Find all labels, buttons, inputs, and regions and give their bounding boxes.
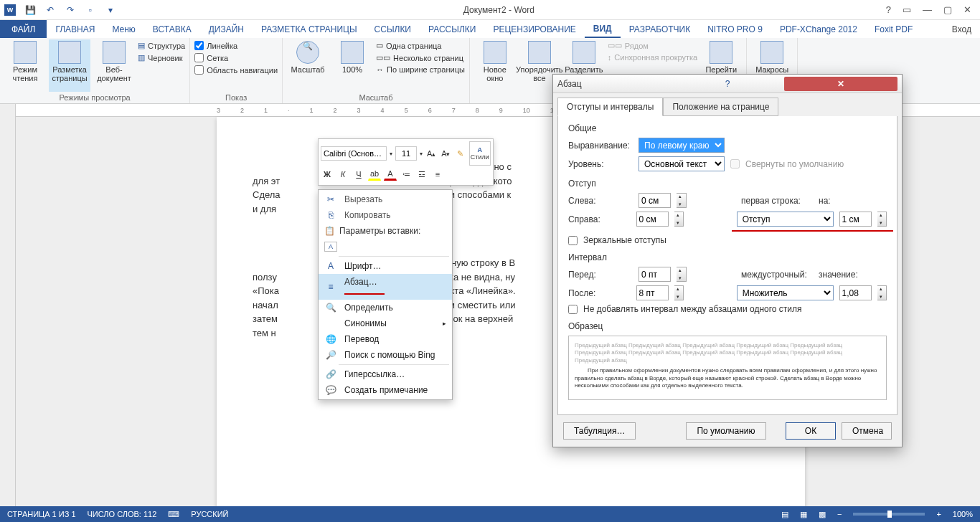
zoom-in-icon[interactable]: + [936, 510, 941, 518]
ctx-translate[interactable]: 🌐Перевод [319, 331, 452, 347]
ctx-new-comment[interactable]: 💬Создать примечание [319, 382, 452, 398]
sync-scroll-button[interactable]: ↕Синхронная прокрутка [608, 53, 697, 62]
zoom-slider[interactable] [853, 513, 925, 516]
tab-indents-spacing[interactable]: Отступы и интервалы [557, 98, 663, 116]
read-mode-button[interactable]: Режим чтения [4, 39, 46, 92]
tab-view[interactable]: ВИД [585, 20, 621, 38]
ctx-bing-search[interactable]: 🔎Поиск с помощью Bing [319, 347, 452, 363]
shrink-font-icon[interactable]: A▾ [440, 147, 451, 160]
ctx-define[interactable]: 🔍Определить [319, 300, 452, 315]
after-spinner[interactable] [674, 285, 684, 300]
view-read-icon[interactable]: ▤ [781, 510, 788, 519]
dialog-close-icon[interactable]: ✕ [784, 77, 897, 91]
space-before-input[interactable] [639, 267, 671, 282]
zoom-100-button[interactable]: 100% [331, 39, 373, 92]
vertical-ruler[interactable] [0, 104, 16, 506]
by-input[interactable] [839, 212, 872, 227]
keyboard-icon[interactable]: ⌨ [168, 510, 179, 519]
ctx-hyperlink[interactable]: 🔗Гиперссылка… [319, 366, 452, 382]
underline-button[interactable]: Ч [352, 168, 365, 181]
minimize-icon[interactable]: — [923, 4, 932, 15]
line-spacing-select[interactable]: Множитель [737, 285, 834, 300]
draft-button[interactable]: ▥Черновик [138, 53, 185, 62]
outline-level-select[interactable]: Основной текст [639, 156, 725, 171]
qat-dropdown-icon[interactable]: ▾ [105, 4, 116, 16]
ruler-checkbox[interactable]: Линейка [194, 41, 278, 50]
tab-developer[interactable]: РАЗРАБОТЧИК [621, 20, 699, 38]
tab-foxit[interactable]: Foxit PDF [866, 20, 921, 38]
multi-page-button[interactable]: ▭▭Несколько страниц [376, 53, 465, 62]
at-spinner[interactable] [877, 285, 887, 300]
bold-button[interactable]: Ж [321, 168, 334, 181]
redo-icon[interactable]: ↷ [65, 4, 76, 16]
tab-review[interactable]: РЕЦЕНЗИРОВАНИЕ [484, 20, 584, 38]
italic-button[interactable]: К [336, 168, 349, 181]
bullets-icon[interactable]: ≔ [400, 168, 413, 181]
tab-line-breaks[interactable]: Положение на странице [663, 98, 778, 116]
set-default-button[interactable]: По умолчанию [686, 422, 765, 440]
size-dropdown-icon[interactable]: ▾ [420, 151, 423, 157]
tab-design[interactable]: ДИЗАЙН [200, 20, 253, 38]
tab-insert[interactable]: ВСТАВКА [144, 20, 200, 38]
before-spinner[interactable] [677, 267, 687, 282]
tab-pdfxchange[interactable]: PDF-XChange 2012 [771, 20, 866, 38]
status-language[interactable]: РУССКИЙ [191, 510, 228, 518]
web-layout-button[interactable]: Веб-документ [93, 39, 135, 92]
save-icon[interactable]: 💾 [24, 4, 36, 16]
dialog-help-icon[interactable]: ? [671, 79, 784, 89]
ok-button[interactable]: ОК [786, 422, 836, 440]
nav-pane-checkbox[interactable]: Область навигации [194, 65, 278, 75]
gridlines-checkbox[interactable]: Сетка [194, 53, 278, 62]
ctx-cut[interactable]: ✂Вырезать [319, 191, 452, 207]
ctx-copy[interactable]: ⎘Копировать [319, 207, 452, 223]
font-dropdown-icon[interactable]: ▾ [390, 151, 392, 157]
help-icon[interactable]: ? [886, 4, 891, 15]
tab-menu[interactable]: Меню [103, 20, 143, 38]
status-word-count[interactable]: ЧИСЛО СЛОВ: 112 [88, 510, 157, 518]
zoom-level[interactable]: 100% [953, 510, 973, 518]
no-space-same-style-checkbox[interactable] [568, 305, 578, 314]
print-layout-button[interactable]: Разметка страницы [49, 39, 90, 92]
by-spinner[interactable] [877, 212, 887, 227]
page-width-button[interactable]: ↔По ширине страницы [376, 65, 465, 74]
zoom-out-icon[interactable]: − [837, 510, 842, 518]
font-color-icon[interactable]: A [384, 168, 397, 181]
login-link[interactable]: Вход [943, 20, 980, 38]
highlight-icon[interactable]: ab [368, 168, 381, 181]
tab-layout[interactable]: РАЗМЕТКА СТРАНИЦЫ [253, 20, 366, 38]
numbering-icon[interactable]: ☲ [415, 168, 428, 181]
tab-home[interactable]: ГЛАВНАЯ [47, 20, 103, 38]
view-web-icon[interactable]: ▩ [819, 510, 826, 519]
font-size-combo[interactable] [395, 146, 417, 161]
tab-mailings[interactable]: РАССЫЛКИ [420, 20, 484, 38]
indent-right-input[interactable] [636, 212, 669, 227]
cancel-button[interactable]: Отмена [842, 422, 892, 440]
at-input[interactable] [839, 285, 872, 300]
space-after-input[interactable] [636, 285, 669, 300]
indent-icon[interactable]: ≡ [431, 168, 444, 181]
new-doc-icon[interactable]: ▫ [85, 4, 96, 16]
ctx-paragraph[interactable]: ≡Абзац… [319, 274, 452, 300]
tab-nitro[interactable]: NITRO PRO 9 [699, 20, 771, 38]
grow-font-icon[interactable]: A▴ [425, 147, 437, 160]
ctx-paste-keep-text[interactable]: A [319, 239, 452, 255]
ctx-font[interactable]: AШрифт… [319, 258, 452, 274]
indent-left-spinner[interactable] [677, 193, 687, 208]
view-print-icon[interactable]: ▦ [800, 510, 807, 519]
side-by-side-button[interactable]: ▭▭Рядом [608, 41, 697, 50]
zoom-button[interactable]: 🔍Масштаб [287, 39, 329, 92]
font-family-combo[interactable] [321, 146, 387, 161]
one-page-button[interactable]: ▭Одна страница [376, 41, 465, 50]
format-painter-icon[interactable]: ✎ [454, 147, 466, 160]
close-icon[interactable]: ✕ [963, 4, 971, 15]
special-indent-select[interactable]: Отступ [737, 212, 834, 227]
tabs-button[interactable]: Табуляция… [563, 422, 636, 440]
new-window-button[interactable]: Новое окно [474, 39, 516, 100]
undo-icon[interactable]: ↶ [44, 4, 56, 16]
indent-left-input[interactable] [639, 193, 671, 208]
status-page[interactable]: СТРАНИЦА 1 ИЗ 1 [7, 510, 76, 518]
tab-file[interactable]: ФАЙЛ [0, 20, 47, 38]
mirror-indents-checkbox[interactable] [568, 236, 578, 245]
tab-references[interactable]: ССЫЛКИ [366, 20, 420, 38]
ctx-synonyms[interactable]: Синонимы▸ [319, 315, 452, 331]
